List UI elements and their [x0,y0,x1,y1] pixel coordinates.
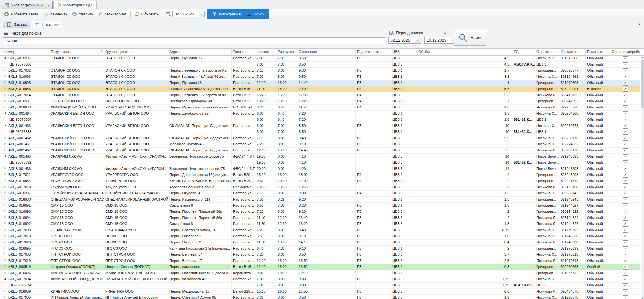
combo-dropdown-icon[interactable]: ∨ [199,11,204,17]
column-header-responsible[interactable]: Ответстве... [535,49,559,55]
approved-checkbox[interactable]: ✓ [623,210,628,214]
column-header-mobility[interactable]: Подвижность [356,49,391,55]
order-row[interactable]: ◢АКЦБ-001465УРАЛХИМ ОХК АОФилиал «Азот» … [0,154,640,160]
column-header-number[interactable]: Номер [3,49,49,55]
approved-checkbox[interactable]: ✓ [623,185,628,190]
column-header-end[interactable]: Окончание [297,49,356,55]
period-date-to[interactable]: 10.12.2025 ∨ [424,37,457,44]
expander-collapsed-icon[interactable]: ▷ [4,216,8,219]
order-row[interactable]: ▷БКЦБ-017020ПРОКС ОООПРОКС ОООПермь, Пис… [0,240,640,246]
approved-checkbox[interactable]: ✓ [623,99,628,104]
tab-uchet-zagruzki-cbz[interactable]: Учёт загрузки ЦБЗ x [1,1,53,9]
expander-collapsed-icon[interactable]: ▷ [4,210,8,212]
column-header-approved[interactable]: Согласован\рейс [610,49,640,55]
expander-collapsed-icon[interactable]: ▷ [4,222,8,225]
expander-expanded-icon[interactable]: ◢ [4,154,8,157]
order-row[interactable]: ▷БКЦБ-017018ТехДорГрупп ОООТехДорГрупп О… [0,184,640,191]
find-button[interactable]: Найти [454,30,486,46]
expander-collapsed-icon[interactable]: ▷ [4,265,8,268]
expander-collapsed-icon[interactable]: ▷ [4,228,8,231]
order-row[interactable]: ▷БКЦБ-016996ЭТАЛОН СК ОООЭТАЛОН СК ОООНо… [0,74,640,80]
expander-collapsed-icon[interactable]: ▷ [4,246,8,249]
approved-checkbox[interactable]: ✓ [623,289,628,294]
approved-checkbox[interactable]: ✓ [623,173,628,178]
expander-collapsed-icon[interactable]: ▷ [4,68,8,71]
approved-checkbox[interactable]: ✓ [623,222,628,227]
order-row[interactable]: ◢БКЦБ-017004ЛИВИН-СТРОЙ ООО (ДОБРОС...ЛИ… [0,276,640,283]
order-row[interactable]: ◢АКЦБ-001463УРАЛЬСКИЙ БЕТОН ОООУРАЛЬСКИЙ… [0,123,640,129]
approved-checkbox[interactable]: ✓ [623,130,628,135]
expander-collapsed-icon[interactable]: ▷ [4,93,8,96]
approved-checkbox[interactable]: ✓ [623,259,628,263]
order-row[interactable]: ▷БКЦБ-017019ППТ-СТРОЙ ОООППТ-СТРОЙ ОООПе… [0,258,640,264]
expander-collapsed-icon[interactable]: ▷ [4,105,8,108]
add-order-button[interactable]: Добавить заказ [2,11,41,18]
expander-collapsed-icon[interactable]: ▷ [4,142,8,145]
column-header-unload[interactable]: Разгрузка [276,49,297,55]
tab-deliveries[interactable]: Поставки [31,21,62,28]
expander-collapsed-icon[interactable]: ▷ [4,87,8,90]
scrollbar-thumb[interactable] [641,60,644,108]
delivery-child-row[interactable]: ЦБ-250766836:007:008:50ЦБЗ 110581462-К..… [0,129,640,135]
order-row[interactable]: ▷АКЦБ-001461УРАЛЬСКИЙ БЕТОН ОООУРАЛЬСКИЙ… [0,141,640,148]
order-row[interactable]: ▷БКЦБ-016998ЭТАЛОН СК ОООЭТАЛОН СК ОООПе… [0,80,640,86]
delivery-child-row[interactable]: ЦБ-2507669219:500:004:10ЦБЗ 314581462-К.… [0,160,640,166]
order-row[interactable]: ▷БКЦБ-016987СТРОЙУНИВЕРСАЛ-ПАРМА ОООСТРО… [0,191,640,197]
expander-expanded-icon[interactable]: ◢ [4,111,8,114]
order-row[interactable]: ▷БКЦБ-016991СМУ-15 ОООСМУ-15 ОООСамолётн… [0,203,640,209]
approved-checkbox[interactable]: ✓ [623,265,628,270]
combo-dropdown-icon[interactable]: ∨ [415,37,421,43]
expander-collapsed-icon[interactable]: ▷ [4,179,8,182]
refresh-button[interactable]: Обновить [132,11,161,18]
search-text-input[interactable] [3,37,385,44]
column-header-address[interactable]: Адрес [168,49,232,55]
approved-checkbox[interactable]: ✓ [623,81,628,86]
expander-collapsed-icon[interactable]: ▷ [4,203,8,206]
column-header-product[interactable]: Товар [232,49,255,55]
approved-checkbox[interactable]: ✓ [623,56,628,61]
search-period-label[interactable]: Период поиска [389,30,423,36]
approved-checkbox[interactable]: ✓ [623,93,628,98]
expander-collapsed-icon[interactable]: ▷ [4,81,8,84]
approved-checkbox[interactable]: ✓ [623,105,628,110]
expander-expanded-icon[interactable]: ◢ [4,124,8,127]
expander-expanded-icon[interactable]: ◢ [4,56,8,59]
expander-collapsed-icon[interactable]: ▷ [4,289,8,292]
approved-checkbox[interactable]: ✓ [623,124,628,129]
column-header-buyer[interactable]: Покупатель▼ [49,49,104,55]
order-row[interactable]: ▷БКЦБ-017009СЗ АЛЬФА-ГРУППСЗ АЛЬФА-ГРУПП… [0,227,640,233]
period-date-from[interactable]: 02.12.2025 ∨ [388,37,421,44]
order-row[interactable]: ◢АКЦБ-001464УРАЛЬСКИЙ БЕТОН ОООУРАЛЬСКИЙ… [0,111,640,117]
scroll-down-icon[interactable]: ▼ [641,298,644,299]
approved-checkbox[interactable]: ✓ [623,271,628,276]
order-row[interactable]: ◢БКЦБ-016997ЭТАЛОН СК ОООЭТАЛОН СК ОООПе… [0,56,640,62]
approved-checkbox[interactable]: ✓ [623,228,628,233]
search-button[interactable]: Поиск [243,12,267,17]
filtration-button[interactable]: Фильтрация [209,12,243,17]
expander-collapsed-icon[interactable]: ▷ [4,75,8,77]
order-row[interactable]: ▷БКЦБ-016986ЭТАЛОН СК ОООЭТАЛОН СК ОООЧа… [0,86,640,92]
delete-order-button[interactable]: Удалить [70,11,96,18]
approved-checkbox[interactable]: ✓ [623,277,628,282]
order-row[interactable]: ▷БКЦБ-016993СМУ-15 ОООСМУ-15 ОООПермь, П… [0,209,640,215]
approved-checkbox[interactable]: ✓ [623,75,628,79]
order-row[interactable]: ▷БКЦБ-016992СМУ-15 ОООСМУ-15 ОООСамолётн… [0,221,640,227]
column-header-ts[interactable]: ТС [512,49,535,55]
order-row[interactable]: ▷БКЦБ-017003ППТ-СТРОЙ ОООППТ-СТРОЙ ОООПе… [0,252,640,258]
column-header-volume[interactable]: Объём [417,49,512,55]
approved-checkbox[interactable]: ✓ [623,283,628,288]
approved-checkbox[interactable]: ✓ [623,197,628,202]
approved-checkbox[interactable]: ✓ [623,148,628,153]
expander-collapsed-icon[interactable]: ▷ [4,234,8,237]
expander-collapsed-icon[interactable]: ▷ [4,185,8,188]
approved-checkbox[interactable]: ✓ [623,179,628,184]
approved-checkbox[interactable]: ✓ [623,240,628,245]
approved-checkbox[interactable]: ✓ [623,160,628,165]
order-row[interactable]: ▷БКЦБ-016906МАШИНОСТРОИТЕЛЬ ПЗ АОМАШИНОС… [0,270,640,276]
column-header-consignee[interactable]: Грузополучатель [104,49,168,55]
tab-overflow-chevron-icon[interactable]: ▼ [638,23,641,26]
order-row[interactable]: ▷АКЦБ-001462УРАЛЬСКИЙ БЕТОН ОООУРАЛЬСКИЙ… [0,135,640,141]
order-row[interactable]: ▷АКЦБ-001466УРАЛХИМ ОХК АОФилиал «Азот» … [0,166,640,172]
expander-collapsed-icon[interactable]: ▷ [4,167,8,170]
order-row[interactable]: ▷БКЦБ-016983ХИМСПЕЦСТРОЙ СК ОООХИМСПЕЦСТ… [0,105,640,111]
